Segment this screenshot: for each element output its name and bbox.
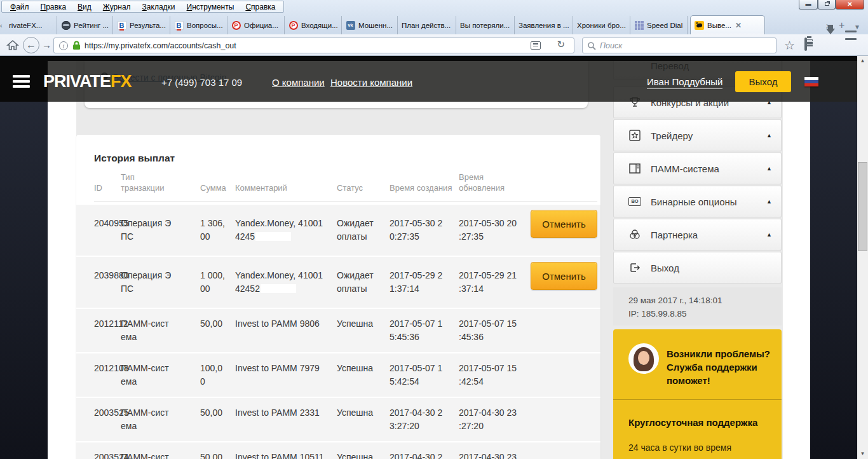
collapse-caret-icon[interactable]: ▲ [766,231,772,238]
sidebar-item-partner[interactable]: Партнерка ▲ [613,219,782,250]
tab-active-cashout[interactable]: Выве...✕ [690,15,765,34]
collapse-caret-icon[interactable]: ▲ [766,165,772,172]
reload-icon[interactable]: ↻ [557,39,565,50]
menu-tools[interactable]: Инструменты [181,1,240,13]
support-hours-text: 24 часа в сутки во время [628,442,731,453]
back-button[interactable]: ← [23,37,39,53]
logout-button[interactable]: Выход [735,71,791,92]
tab-questions[interactable]: ВВопросы... [170,16,227,34]
window-controls: ▬ ✕ [799,0,864,10]
russian-flag-icon[interactable] [804,77,818,86]
company-news-link[interactable]: Новости компании [330,77,412,88]
rambler-p-icon: Р [288,20,298,30]
tab-speed-dial[interactable]: Speed Dial [630,16,688,34]
forward-button[interactable]: → [42,39,51,50]
close-button[interactable]: ✕ [836,0,864,10]
restore-icon [825,2,829,6]
page-title: История выплат [94,153,175,164]
rambler-p-icon: Р [231,20,241,30]
menu-file[interactable]: Файл [4,1,35,13]
downloads-icon[interactable] [826,34,835,46]
divider [613,399,782,400]
restore-button[interactable] [818,0,836,10]
tab-rating[interactable]: Рейтинг ... [57,16,113,34]
redacted-area [255,232,291,241]
tab-bar: ‹ rivateFX... Рейтинг ... ВРезульта... В… [0,13,868,34]
search-bar[interactable] [582,38,776,53]
phone-number: +7 (499) 703 17 09 [161,77,242,88]
support-title: Возникли проблемы? Служба поддержки помо… [667,347,770,387]
privatefx-logo[interactable]: PRIVATEFX [43,71,132,92]
col-id: ID [94,182,121,193]
support-subtitle: Круглосуточная поддержка [628,417,757,428]
new-tab-button[interactable]: + [839,20,844,31]
table-row: 2003525 ПАММ-сист ема 50,00 Invest to PA… [76,398,600,441]
table-body: 2040955 Операция Э ПС 1 306, 00 Yandex.M… [76,205,600,459]
table-row: 2003524 ПАММ-сист ема 50,00 Invest to PA… [76,442,600,459]
page-scrollbar[interactable]: ▲ ▼ [857,56,868,459]
table-row: 2012112 ПАММ-сист ема 50,00 Invest to PA… [76,309,600,352]
menu-help[interactable]: Справка [240,1,281,13]
redacted-area [261,284,296,293]
support-agent-avatar [628,343,659,374]
star-box-icon [628,128,642,142]
cancel-button[interactable]: Отменить [531,262,597,290]
col-status: Статус [337,182,390,193]
page-info-icon[interactable]: i [59,41,68,50]
collapse-caret-icon[interactable]: ▲ [766,132,772,139]
web-page: Вывести с помощью Bitcoin Перевод Конкур… [0,56,868,459]
table-row: 2039880 Операция Э ПС 1 000, 00 Yandex.M… [76,257,600,308]
bookmark-star-icon[interactable]: ☆ [784,38,795,53]
menu-group: Файл Правка Вид Журнал Закладки Инструме… [1,1,284,13]
col-comment: Комментарий [235,182,337,193]
url-text[interactable]: https://my.privatefx.com/accounts/cash_o… [85,41,236,50]
tab-close-icon[interactable]: ✕ [735,21,742,30]
menu-edit[interactable]: Правка [35,1,72,13]
table-row: 2012108 ПАММ-сист ема 100,0 0 Invest to … [76,353,600,397]
payout-history-card: История выплат ID Тип транзакции Сумма К… [76,135,600,459]
session-ip: IP: 185.99.8.85 [628,307,782,320]
sidebar-item-trader[interactable]: Трейдеру ▲ [613,120,782,151]
search-icon [587,41,596,50]
https-lock-icon[interactable] [72,41,81,50]
tab-privatefx[interactable]: rivateFX... [5,16,57,34]
sidebar-item-pamm[interactable]: ПАММ-система ▲ [613,153,782,184]
home-icon[interactable] [6,39,19,54]
scroll-down-icon[interactable]: ▼ [857,449,868,459]
site-header: PRIVATEFX +7 (499) 703 17 09 О компании … [0,61,868,102]
panel-icon [628,161,642,175]
menu-bookmarks[interactable]: Закладки [137,1,181,13]
bank-b-icon: В [117,20,126,30]
tab-results[interactable]: ВРезульта... [113,16,170,34]
tab-official[interactable]: РОфициа... [227,16,285,34]
scrollbar-thumb[interactable] [858,162,867,251]
speed-dial-icon [634,20,644,30]
support-box: Возникли проблемы? Служба поддержки помо… [613,329,782,459]
table-row: 2040955 Операция Э ПС 1 306, 00 Yandex.M… [76,205,600,256]
sidebar-item-binary-options[interactable]: ВО Бинарные опционы ▲ [613,186,782,217]
minimize-button[interactable]: ▬ [799,0,818,10]
hamburger-menu-icon[interactable] [13,80,30,83]
tab-vk[interactable]: vkМошенн... [342,16,398,34]
search-input[interactable] [600,41,752,50]
collapse-caret-icon[interactable]: ▲ [766,198,772,205]
url-bar[interactable]: i https://my.privatefx.com/accounts/cash… [53,38,574,53]
col-type: Тип транзакции [121,172,200,193]
sidebar-item-logout[interactable]: Выход [613,252,782,284]
tab-inbox[interactable]: РВходящи... [285,16,342,34]
navigation-toolbar: ← → i https://my.privatefx.com/accounts/… [0,34,868,56]
tab-lost[interactable]: Вы потеряли... [456,16,515,34]
about-company-link[interactable]: О компании [272,77,325,88]
tab-claims[interactable]: Заявления в ... [515,16,573,34]
menu-history[interactable]: Журнал [97,1,137,13]
reader-mode-icon[interactable] [531,41,541,50]
bookmarks-clipboard-icon[interactable] [804,39,807,50]
cancel-button[interactable]: Отменить [531,210,597,238]
scroll-up-icon[interactable]: ▲ [857,56,868,66]
session-info: 29 мая 2017 г., 14:18:01 IP: 185.99.8.85 [613,287,782,325]
tab-chronicles[interactable]: Хроники бро... [573,16,630,34]
menu-view[interactable]: Вид [72,1,97,13]
header-left-block [0,56,48,102]
user-name-link[interactable]: Иван Поддубный [647,76,722,89]
tab-plan[interactable]: План действ... [398,16,456,34]
